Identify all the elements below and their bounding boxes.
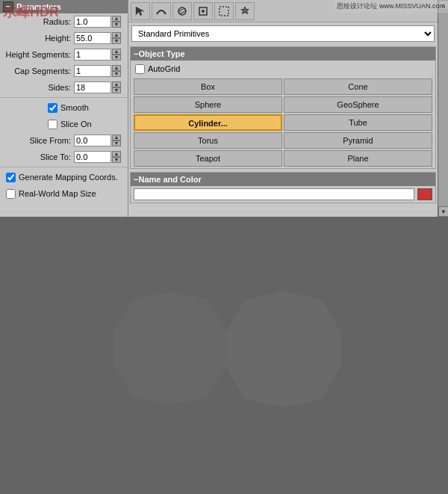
height-down[interactable]: ▼ [112, 38, 121, 44]
viewport [0, 217, 448, 494]
smooth-checkbox[interactable] [48, 103, 57, 113]
region-tool-button[interactable] [214, 2, 234, 20]
height-segments-up[interactable]: ▲ [112, 49, 121, 55]
cursor-tool-button[interactable] [131, 2, 150, 20]
real-world-row: Real-World Map Size [3, 185, 128, 202]
height-input[interactable] [74, 32, 111, 44]
object-type-title: Object Type [138, 49, 184, 58]
slice-to-label: Slice To: [3, 152, 74, 161]
pivot-icon [197, 5, 209, 17]
slice-from-input[interactable] [74, 135, 111, 146]
divider-1 [0, 97, 128, 98]
dropdown-row: Standard Primitives Extended Primitives … [128, 22, 438, 45]
autogrid-checkbox[interactable] [135, 64, 145, 74]
slice-from-up[interactable]: ▲ [112, 135, 121, 141]
height-segments-input[interactable] [74, 49, 111, 61]
height-segments-input-group: ▲ ▼ [74, 49, 121, 61]
parameters-title: Parameters [16, 2, 61, 11]
height-segments-down[interactable]: ▼ [112, 55, 121, 61]
box-button[interactable]: Box [134, 78, 282, 95]
height-label: Height: [3, 34, 74, 43]
height-row: Height: ▲ ▼ [0, 30, 128, 46]
orbit-tool-button[interactable] [172, 2, 192, 20]
radius-row: Radius: ▲ ▼ [0, 13, 128, 30]
cap-segments-label: Cap Segments: [3, 67, 74, 75]
color-swatch[interactable] [417, 188, 432, 200]
smooth-row: Smooth [45, 99, 128, 116]
slice-to-input-group: ▲ ▼ [74, 151, 121, 163]
scroll-thumb[interactable] [438, 10, 448, 206]
teapot-button[interactable]: Teapot [134, 150, 282, 167]
torus-button[interactable]: Torus [134, 132, 282, 149]
height-spinners: ▲ ▼ [112, 32, 121, 44]
generate-mapping-checkbox[interactable] [6, 173, 16, 182]
parameters-panel: − Parameters Radius: ▲ ▼ Height: [0, 0, 128, 217]
slice-to-up[interactable]: ▲ [112, 151, 121, 157]
cap-segments-up[interactable]: ▲ [112, 65, 121, 71]
radius-up[interactable]: ▲ [112, 16, 121, 22]
object-buttons-grid: Box Cone Sphere GeoSphere Cylinder... Tu… [131, 77, 435, 168]
standard-primitives-dropdown[interactable]: Standard Primitives Extended Primitives … [131, 25, 435, 42]
sides-up[interactable]: ▲ [112, 81, 121, 87]
height-input-group: ▲ ▼ [74, 32, 121, 44]
radius-spinners: ▲ ▼ [112, 16, 121, 28]
radius-input-group: ▲ ▼ [74, 16, 121, 28]
slice-on-label: Slice On [60, 120, 92, 129]
site-info: 思绘设计论坛 www.MISSVUAN.com [334, 0, 448, 13]
sides-spinners: ▲ ▼ [112, 81, 121, 93]
name-color-header: − Name and Color [131, 173, 435, 186]
slice-on-checkbox[interactable] [48, 120, 57, 129]
cone-button[interactable]: Cone [284, 78, 432, 95]
slice-to-spinners: ▲ ▼ [112, 151, 121, 163]
slice-from-row: Slice From: ▲ ▼ [0, 132, 128, 149]
autogrid-label: AutoGrid [148, 64, 180, 73]
generate-mapping-row: Generate Mapping Coords. [3, 169, 128, 185]
parameters-header: − Parameters [0, 0, 128, 13]
sides-down[interactable]: ▼ [112, 87, 121, 93]
tube-button[interactable]: Tube [284, 114, 432, 131]
parameters-collapse-button[interactable]: − [3, 1, 13, 12]
smooth-label: Smooth [60, 103, 89, 112]
cap-segments-spinners: ▲ ▼ [112, 65, 121, 77]
height-up[interactable]: ▲ [112, 32, 121, 38]
geosphere-button[interactable]: GeoSphere [284, 96, 432, 113]
slice-to-row: Slice To: ▲ ▼ [0, 149, 128, 165]
slice-on-row: Slice On [45, 116, 128, 132]
generate-mapping-label: Generate Mapping Coords. [19, 173, 118, 182]
slice-to-down[interactable]: ▼ [112, 157, 121, 163]
cap-segments-down[interactable]: ▼ [112, 71, 121, 77]
radius-input[interactable] [74, 16, 111, 28]
height-segments-label: Height Segments: [3, 50, 74, 59]
site-info-text: 思绘设计论坛 www.MISSVUAN.com [337, 2, 445, 10]
slice-from-input-group: ▲ ▼ [74, 135, 121, 146]
plane-button[interactable]: Plane [284, 150, 432, 167]
autogrid-row: AutoGrid [131, 61, 435, 77]
slice-from-spinners: ▲ ▼ [112, 135, 121, 146]
arc-icon [155, 5, 167, 17]
svg-rect-5 [220, 7, 228, 16]
sides-input[interactable] [74, 81, 111, 93]
slice-to-input[interactable] [74, 151, 111, 163]
scroll-down-button[interactable]: ▼ [438, 206, 448, 217]
config-tool-button[interactable] [235, 2, 255, 20]
sphere-button[interactable]: Sphere [134, 96, 282, 113]
arc-tool-button[interactable] [152, 2, 171, 20]
cursor-icon [134, 5, 146, 17]
right-panel: Standard Primitives Extended Primitives … [128, 0, 438, 217]
pyramid-button[interactable]: Pyramid [284, 132, 432, 149]
height-segments-spinners: ▲ ▼ [112, 49, 121, 61]
height-segments-row: Height Segments: ▲ ▼ [0, 46, 128, 63]
slice-from-label: Slice From: [3, 136, 74, 145]
pivot-tool-button[interactable] [193, 2, 213, 20]
radius-down[interactable]: ▼ [112, 22, 121, 28]
cylinder-left-object [113, 291, 227, 405]
cap-segments-input[interactable] [74, 65, 111, 77]
name-color-row [131, 186, 435, 203]
config-icon [239, 5, 251, 17]
cylinder-button[interactable]: Cylinder... [134, 114, 282, 131]
object-name-input[interactable] [134, 188, 414, 200]
sides-input-group: ▲ ▼ [74, 81, 121, 93]
slice-from-down[interactable]: ▼ [112, 141, 121, 146]
real-world-checkbox[interactable] [6, 189, 16, 199]
name-color-panel: − Name and Color [130, 172, 436, 203]
